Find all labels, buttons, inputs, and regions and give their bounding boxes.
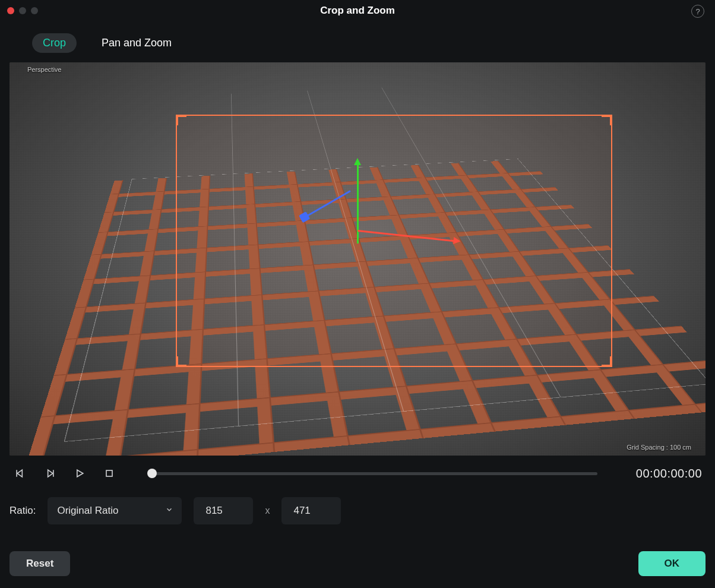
timeline-track <box>150 472 597 475</box>
svg-marker-2 <box>48 470 53 477</box>
preview-viewport[interactable]: Perspective Grid Spacing : 100 cm <box>10 62 705 456</box>
crop-handle-bottom-right[interactable] <box>602 356 612 367</box>
svg-marker-4 <box>77 470 83 477</box>
ratio-label: Ratio: <box>10 505 36 517</box>
step-back-button[interactable] <box>13 466 27 480</box>
crop-height-field[interactable]: 471 <box>281 497 341 524</box>
timeline-slider[interactable] <box>150 467 597 479</box>
svg-marker-0 <box>17 470 22 477</box>
step-back-icon <box>14 467 26 479</box>
stop-icon <box>103 467 115 479</box>
close-window-button[interactable] <box>7 7 14 14</box>
timeline-thumb[interactable] <box>147 469 157 478</box>
crop-rectangle[interactable] <box>176 115 612 367</box>
transport-bar: 00:00:00:00 <box>0 456 715 486</box>
viewport-perspective-label: Perspective <box>27 66 61 73</box>
maximize-window-button[interactable] <box>31 7 38 14</box>
crop-width-field[interactable]: 815 <box>194 497 253 524</box>
chevron-down-icon <box>165 505 173 517</box>
crop-handle-top-right[interactable] <box>602 115 612 125</box>
mode-tabs: Crop Pan and Zoom <box>0 21 715 62</box>
ratio-select[interactable]: Original Ratio <box>48 497 182 524</box>
window-controls <box>7 7 38 14</box>
window-title: Crop and Zoom <box>0 5 715 17</box>
viewport-grid-spacing-label: Grid Spacing : 100 cm <box>627 444 691 451</box>
dialog-footer: Reset OK <box>0 551 715 576</box>
ratio-controls: Ratio: Original Ratio 815 x 471 <box>0 486 715 524</box>
svg-rect-5 <box>106 470 112 476</box>
titlebar: Crop and Zoom ? <box>0 0 715 21</box>
crop-height-value: 471 <box>293 505 310 517</box>
tab-pan-and-zoom[interactable]: Pan and Zoom <box>91 33 182 53</box>
reset-button[interactable]: Reset <box>10 551 70 576</box>
play-icon <box>74 467 86 479</box>
ratio-select-value: Original Ratio <box>57 505 118 517</box>
crop-handle-top-left[interactable] <box>176 115 186 125</box>
ok-button[interactable]: OK <box>638 551 706 576</box>
step-forward-button[interactable] <box>43 466 57 480</box>
crop-handle-bottom-left[interactable] <box>176 356 186 367</box>
stop-button[interactable] <box>102 466 116 480</box>
minimize-window-button[interactable] <box>19 7 26 14</box>
help-button[interactable]: ? <box>691 5 704 18</box>
play-button[interactable] <box>72 466 87 480</box>
timecode-display: 00:00:00:00 <box>619 467 702 480</box>
dimension-separator: x <box>265 505 270 516</box>
tab-crop[interactable]: Crop <box>32 33 77 53</box>
crop-width-value: 815 <box>205 505 222 517</box>
step-forward-icon <box>44 467 56 479</box>
